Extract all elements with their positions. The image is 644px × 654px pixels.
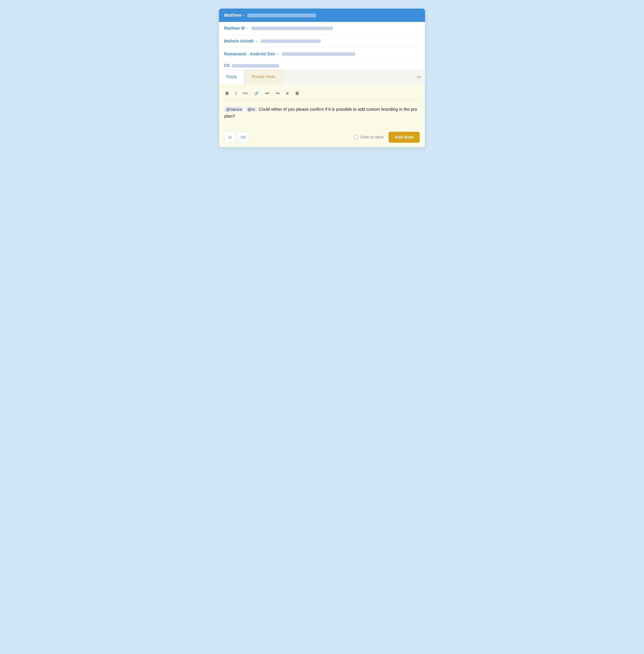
bold-icon: B <box>226 91 229 96</box>
mention-m: @m <box>246 107 257 112</box>
ordered-list-button[interactable]: ≣ <box>294 90 300 97</box>
contact-list: Mathew M - Muhsin Keloth - Ramanand - An… <box>219 22 425 70</box>
contact-blurred-2 <box>260 40 321 43</box>
redo-button[interactable]: ↪ <box>274 90 281 97</box>
contact-row-ramanand[interactable]: Ramanand - Android Dev - <box>219 48 425 61</box>
add-note-label: Add Note <box>395 135 414 139</box>
mention-janice: @Janice <box>224 107 244 112</box>
contact-blurred-3 <box>282 52 355 56</box>
code-button[interactable]: <> <box>242 90 249 97</box>
partial-text: Ch <box>224 63 230 68</box>
code-icon: <> <box>243 91 248 96</box>
contact-separator-1: - <box>246 26 249 31</box>
header-separator: - <box>243 13 244 18</box>
italic-icon: I <box>235 91 236 96</box>
note-content[interactable]: @Janice @m Could either of you please co… <box>224 104 420 128</box>
undo-button[interactable]: ↩ <box>264 90 271 97</box>
bold-button[interactable]: B <box>224 90 230 97</box>
contact-row-mathew-m[interactable]: Mathew M - <box>219 22 425 35</box>
attachment-button[interactable]: 📎 <box>237 132 248 143</box>
contact-name-ramanand: Ramanand - Android Dev <box>224 51 275 56</box>
header-blurred <box>247 14 316 17</box>
bottom-bar: ☺ 📎 Enter to send Add Note <box>224 128 420 147</box>
tab-reply[interactable]: Reply <box>219 70 244 84</box>
contact-name-mathew-m: Mathew M <box>224 26 245 31</box>
tabs-section: Reply Private Note ▭ <box>219 70 425 84</box>
contact-separator-2: - <box>255 39 258 44</box>
contact-row-muhsin[interactable]: Muhsin Keloth - <box>219 35 425 48</box>
expand-icon: ▭ <box>417 74 421 79</box>
enter-to-send-label[interactable]: Enter to send <box>354 135 384 139</box>
editor-toolbar: B I <> 🔗 ↩ ↪ ≡ ≣ <box>224 88 420 101</box>
expand-icon-button[interactable]: ▭ <box>412 72 425 82</box>
undo-icon: ↩ <box>265 91 269 96</box>
partial-blurred <box>232 64 279 68</box>
tab-reply-label: Reply <box>226 74 237 79</box>
header-contact-name: Mathew - <box>224 13 316 18</box>
tab-private-note[interactable]: Private Note <box>245 70 282 84</box>
redo-icon: ↪ <box>276 91 279 96</box>
emoji-icon: ☺ <box>228 134 232 140</box>
emoji-button[interactable]: ☺ <box>224 132 235 143</box>
main-card: Mathew - Mathew M - Muhsin Keloth - Rama… <box>219 8 425 147</box>
contact-separator-3: - <box>276 51 280 56</box>
contact-blurred-1 <box>251 27 333 30</box>
header-row: Mathew - <box>219 8 425 22</box>
ordered-list-icon: ≣ <box>295 91 299 96</box>
attachment-icon: 📎 <box>239 134 247 141</box>
enter-to-send-checkbox[interactable] <box>354 135 358 139</box>
contact-name-muhsin: Muhsin Keloth <box>224 39 254 44</box>
header-name-text: Mathew <box>224 13 242 18</box>
editor-area: B I <> 🔗 ↩ ↪ ≡ ≣ <box>219 84 425 147</box>
bullet-list-icon: ≡ <box>286 91 289 96</box>
enter-to-send-text: Enter to send <box>361 135 384 139</box>
tab-private-note-label: Private Note <box>252 74 275 79</box>
contact-row-partial: Ch <box>219 61 425 70</box>
italic-button[interactable]: I <box>234 90 238 97</box>
add-note-button[interactable]: Add Note <box>389 132 420 143</box>
link-icon: 🔗 <box>254 91 259 96</box>
link-button[interactable]: 🔗 <box>253 90 260 97</box>
bullet-list-button[interactable]: ≡ <box>285 90 290 97</box>
